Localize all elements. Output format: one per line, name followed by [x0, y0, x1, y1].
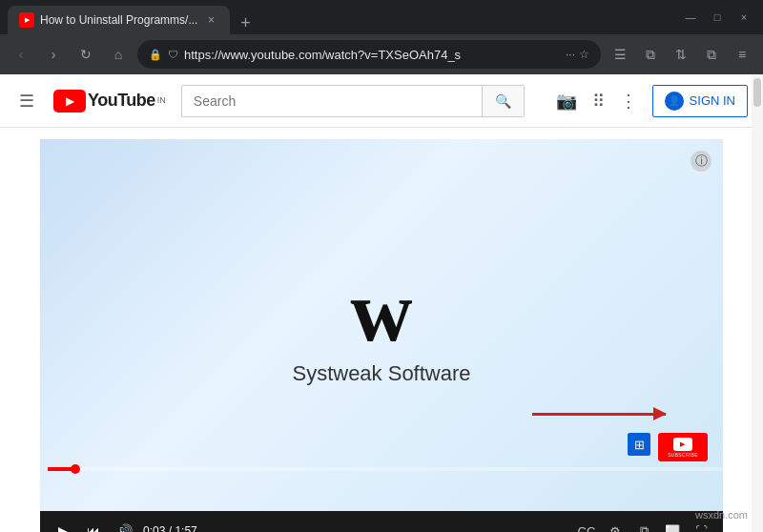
progress-dot: [71, 464, 80, 474]
apps-grid-icon[interactable]: ⠿: [592, 91, 605, 112]
captions-button[interactable]: CC: [576, 521, 597, 532]
home-button[interactable]: ⌂: [105, 41, 132, 68]
watermark-text: wsxdn.com: [695, 509, 748, 521]
camera-icon[interactable]: 📷: [556, 91, 577, 112]
progress-bar-fill: [48, 467, 75, 471]
bookmark-icon[interactable]: ☆: [579, 48, 589, 61]
tab-bar: How to Uninstall Programms/... × +: [8, 0, 675, 34]
tab-favicon: [19, 12, 34, 28]
video-info-icon[interactable]: ⓘ: [691, 151, 711, 172]
back-button[interactable]: ‹: [8, 41, 34, 68]
volume-button[interactable]: 🔊: [113, 520, 135, 532]
watermark: wsxdn.com: [695, 509, 748, 521]
active-tab[interactable]: How to Uninstall Programms/... ×: [8, 6, 230, 34]
settings-button[interactable]: ⚙: [605, 521, 626, 532]
theatre-button[interactable]: ⬜: [662, 521, 683, 532]
video-player[interactable]: w Systweak Software ⓘ: [40, 139, 723, 511]
brand-name: Systweak Software: [292, 361, 470, 386]
main-content: w Systweak Software ⓘ: [0, 128, 763, 532]
video-content: w Systweak Software: [40, 139, 723, 511]
info-symbol: ⓘ: [695, 153, 708, 170]
more-options-icon[interactable]: ⋮: [620, 91, 637, 112]
search-button[interactable]: 🔍: [482, 86, 524, 116]
play-button[interactable]: ▶: [52, 520, 74, 532]
youtube-header: ☰ YouTube IN 🔍 📷 ⠿ ⋮ 👤 SIGN IN: [0, 74, 763, 128]
browser-menu-icon[interactable]: ≡: [729, 41, 755, 68]
hamburger-menu-icon[interactable]: ☰: [15, 90, 38, 113]
forward-button[interactable]: ›: [40, 41, 67, 68]
progress-bar-container[interactable]: [48, 467, 723, 471]
extensions-icon[interactable]: ⧉: [698, 41, 725, 68]
lock-icon: 🔒: [149, 49, 162, 61]
miniplayer-button[interactable]: ⧉: [633, 521, 654, 532]
browser-toolbar-right: ☰ ⧉ ⇅ ⧉ ≡: [607, 41, 755, 68]
address-actions: ··· ☆: [566, 48, 589, 61]
shield-icon: 🛡: [168, 49, 178, 60]
systweak-logo: w Systweak Software: [292, 264, 470, 386]
time-display: 0:03 / 1:57: [143, 524, 197, 532]
close-window-button[interactable]: ×: [732, 6, 755, 29]
fullscreen-button[interactable]: ⛶: [691, 521, 711, 532]
arrow-overlay: [532, 413, 666, 416]
skip-back-button[interactable]: ⏮: [82, 520, 105, 532]
reader-view-icon[interactable]: ☰: [607, 41, 633, 68]
browser-scrollbar[interactable]: [752, 74, 763, 532]
youtube-country-code: IN: [157, 95, 166, 105]
youtube-logo[interactable]: YouTube IN: [53, 90, 166, 113]
sync-icon[interactable]: ⇅: [668, 41, 694, 68]
sign-in-label: SIGN IN: [690, 93, 735, 108]
subscribe-text: SUBSCRIBE: [668, 452, 698, 458]
browser-toolbar: ‹ › ↻ ⌂ 🔒 🛡 https://www.youtube.com/watc…: [0, 34, 763, 74]
maximize-button[interactable]: □: [706, 6, 729, 29]
sign-in-button[interactable]: 👤 SIGN IN: [652, 85, 748, 117]
controls-right: CC ⚙ ⧉ ⬜ ⛶: [576, 521, 711, 532]
scrollbar-thumb[interactable]: [753, 78, 761, 107]
tab-title: How to Uninstall Programms/...: [40, 13, 197, 27]
tab-close-button[interactable]: ×: [203, 12, 218, 28]
arrow-line: [532, 413, 666, 416]
search-bar[interactable]: 🔍: [181, 85, 525, 117]
refresh-button[interactable]: ↻: [72, 41, 99, 68]
browser-titlebar: How to Uninstall Programms/... × + — □ ×: [0, 0, 763, 34]
current-time: 0:03: [143, 524, 165, 532]
window-controls: — □ ×: [679, 6, 755, 29]
search-input[interactable]: [182, 93, 482, 109]
video-wrapper: w Systweak Software ⓘ: [0, 128, 763, 532]
youtube-logo-text: YouTube: [88, 91, 155, 111]
dots-menu-icon[interactable]: ···: [566, 48, 575, 61]
youtube-logo-icon: [53, 90, 86, 113]
total-time: 1:57: [175, 524, 196, 532]
video-controls: ▶ ⏮ 🔊 0:03 / 1:57 CC ⚙ ⧉ ⬜ ⛶: [40, 511, 723, 532]
new-tab-button[interactable]: +: [234, 11, 257, 34]
miniplayer-icon[interactable]: [628, 433, 650, 456]
subscribe-inner: SUBSCRIBE: [668, 438, 698, 458]
minimize-button[interactable]: —: [679, 6, 702, 29]
svg-text:w: w: [350, 264, 412, 350]
header-right-controls: 📷 ⠿ ⋮ 👤 SIGN IN: [556, 85, 748, 117]
subscribe-overlay-button[interactable]: SUBSCRIBE: [658, 433, 708, 461]
address-bar[interactable]: 🔒 🛡 https://www.youtube.com/watch?v=TXSe…: [137, 40, 601, 69]
url-display: https://www.youtube.com/watch?v=TXSeOAh7…: [184, 48, 560, 62]
container-icon[interactable]: ⧉: [637, 41, 664, 68]
brand-logo-svg: w: [315, 264, 448, 350]
subscribe-yt-icon: [673, 438, 692, 451]
sign-in-avatar: 👤: [665, 92, 684, 111]
